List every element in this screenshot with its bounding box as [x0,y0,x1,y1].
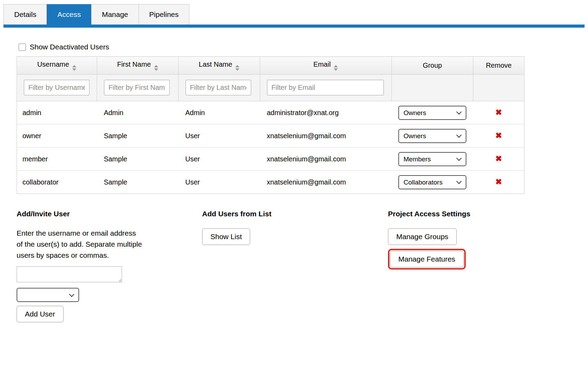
last-name-cell: User [178,124,260,148]
filter-remove-empty-cell [473,75,524,101]
add-invite-user-title: Add/Invite User [17,210,202,218]
sort-icon [334,65,338,71]
column-header-group-label: Group [423,62,442,69]
remove-cell: ✖ [473,148,524,171]
add-invite-user-panel: Add/Invite User Enter the username or em… [17,210,202,322]
bottom-panels: Add/Invite User Enter the username or em… [17,210,524,322]
first-name-cell: Admin [97,101,178,124]
column-header-remove: Remove [473,57,524,75]
add-users-from-list-panel: Add Users from List Show List [202,210,388,322]
column-header-group: Group [391,57,473,75]
group-cell: Owners [391,124,473,148]
group-select[interactable]: Collaborators [398,175,466,189]
email-cell: xnatselenium@gmail.com [260,124,391,148]
group-select[interactable]: Owners [398,129,466,143]
sort-icon [154,65,158,71]
column-header-last-name-label: Last Name [199,60,232,68]
access-tab-content: Show Deactivated Users Username First Na… [3,28,585,322]
column-header-email-label: Email [313,60,331,68]
add-user-group-select-row [17,288,202,302]
add-user-textarea[interactable] [17,266,122,282]
group-select-wrap: Collaborators [398,175,466,189]
tab-manage[interactable]: Manage [91,4,139,25]
remove-cell: ✖ [473,101,524,124]
username-cell: member [17,148,97,171]
column-header-remove-label: Remove [486,62,511,69]
manage-features-button[interactable]: Manage Features [390,251,464,267]
username-cell: collaborator [17,171,97,194]
filter-first-name-input[interactable] [104,80,170,95]
remove-user-icon[interactable]: ✖ [495,154,502,163]
table-header-row: Username First Name Last Name Email Grou… [17,57,524,75]
show-deactivated-checkbox[interactable] [19,44,26,51]
first-name-cell: Sample [97,171,178,194]
group-cell: Collaborators [391,171,473,194]
group-select-wrap: Owners [398,106,466,120]
remove-user-icon[interactable]: ✖ [495,177,502,186]
manage-groups-button[interactable]: Manage Groups [388,228,457,245]
filter-email-input[interactable] [267,80,384,95]
tab-details[interactable]: Details [3,4,47,25]
table-row: member Sample User xnatselenium@gmail.co… [17,148,524,171]
email-cell: administrator@xnat.org [260,101,391,124]
first-name-cell: Sample [97,124,178,148]
tab-pipelines[interactable]: Pipelines [139,4,189,25]
active-tab-underline [3,25,585,28]
column-header-username[interactable]: Username [17,57,97,75]
project-users-table: Username First Name Last Name Email Grou… [17,56,524,194]
manage-features-highlight: Manage Features [388,249,466,270]
show-deactivated-users-control: Show Deactivated Users [19,43,585,51]
username-cell: owner [17,124,97,148]
last-name-cell: Admin [178,101,260,124]
add-user-group-select-wrap [17,288,79,302]
group-cell: Owners [391,101,473,124]
project-access-settings-panel: Project Access Settings Manage Groups Ma… [388,210,524,322]
remove-user-icon[interactable]: ✖ [495,131,502,140]
remove-cell: ✖ [473,171,524,194]
column-header-first-name-label: First Name [117,60,151,68]
column-header-username-label: Username [37,60,69,68]
table-row: owner Sample User xnatselenium@gmail.com… [17,124,524,148]
group-select-wrap: Owners [398,129,466,143]
table-filter-row [17,75,524,101]
project-access-settings-title: Project Access Settings [388,210,524,218]
sort-icon [235,65,239,71]
column-header-last-name[interactable]: Last Name [178,57,260,75]
last-name-cell: User [178,148,260,171]
filter-username-input[interactable] [24,80,89,95]
remove-user-icon[interactable]: ✖ [495,108,502,117]
group-select-wrap: Members [398,152,466,166]
column-header-email[interactable]: Email [260,57,391,75]
tab-access[interactable]: Access [47,4,92,25]
show-list-button[interactable]: Show List [202,228,250,245]
add-user-group-select[interactable] [17,288,79,302]
table-row: admin Admin Admin administrator@xnat.org… [17,101,524,124]
first-name-cell: Sample [97,148,178,171]
add-invite-description: Enter the username or email address of t… [17,228,143,261]
last-name-cell: User [178,171,260,194]
email-cell: xnatselenium@gmail.com [260,171,391,194]
username-cell: admin [17,101,97,124]
column-header-first-name[interactable]: First Name [97,57,178,75]
show-deactivated-label: Show Deactivated Users [30,43,109,51]
filter-last-name-input[interactable] [186,80,251,95]
table-row: collaborator Sample User xnatselenium@gm… [17,171,524,194]
filter-group-empty-cell [391,75,473,101]
add-users-from-list-title: Add Users from List [202,210,388,218]
email-cell: xnatselenium@gmail.com [260,148,391,171]
sort-icon [72,65,76,71]
group-select[interactable]: Members [398,152,466,166]
tab-bar: Details Access Manage Pipelines [3,4,585,25]
group-cell: Members [391,148,473,171]
remove-cell: ✖ [473,124,524,148]
group-select[interactable]: Owners [398,106,466,120]
add-user-button[interactable]: Add User [17,306,64,322]
project-settings-page: Details Access Manage Pipelines Show Dea… [0,0,588,322]
